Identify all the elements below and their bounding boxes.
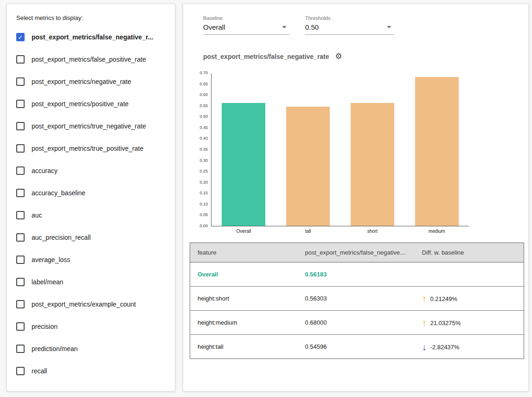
table-row-overall: Overall 0.56183 xyxy=(190,263,524,287)
checkbox-unchecked-icon[interactable] xyxy=(16,100,25,108)
results-panel: Baseline Overall Thresholds 0.50 post_ex… xyxy=(183,4,529,391)
thresholds-select-box[interactable]: 0.50 xyxy=(305,23,394,35)
checkbox-unchecked-icon[interactable] xyxy=(16,55,25,64)
checkbox-unchecked-icon[interactable] xyxy=(16,166,25,175)
value-cell: 0.54596 xyxy=(298,335,415,359)
checkbox-unchecked-icon[interactable] xyxy=(16,77,25,86)
checkbox-unchecked-icon[interactable] xyxy=(16,122,25,130)
checkbox-unchecked-icon[interactable] xyxy=(16,345,25,353)
metric-label: precision xyxy=(32,323,58,330)
metric-label: post_export_metrics/negative_rate xyxy=(32,78,131,85)
value-cell: 0.56303 xyxy=(298,287,415,311)
y-axis-tick-label: 0.70 xyxy=(199,71,208,75)
metric-item-auc[interactable]: auc xyxy=(16,204,166,226)
feature-cell: height:medium xyxy=(190,311,298,335)
bar-slot-tall: tall xyxy=(276,73,340,226)
y-axis-tick-label: 0.55 xyxy=(199,104,208,108)
metric-label: prediction/mean xyxy=(32,345,78,352)
diff-value: -2.82437% xyxy=(430,343,460,350)
thresholds-select[interactable]: Thresholds 0.50 xyxy=(305,15,394,35)
metric-item-accuracy-baseline[interactable]: accuracy_baseline xyxy=(16,182,166,204)
metric-item-false-positive-rate[interactable]: post_export_metrics/false_positive_rate xyxy=(16,48,166,70)
checkbox-unchecked-icon[interactable] xyxy=(16,256,25,264)
checkbox-unchecked-icon[interactable] xyxy=(16,144,25,153)
metric-item-example-count[interactable]: post_export_metrics/example_count xyxy=(16,293,166,315)
bar-medium[interactable] xyxy=(415,77,459,226)
metric-item-positive-rate[interactable]: post_export_metrics/positive_rate xyxy=(16,93,166,115)
metric-label: post_export_metrics/false_negative_r... xyxy=(32,33,153,41)
y-axis-tick-label: 0.25 xyxy=(199,169,208,173)
baseline-select[interactable]: Baseline Overall xyxy=(203,15,289,35)
bar-tall[interactable] xyxy=(286,107,330,226)
diff-cell: ↓-2.82437% xyxy=(415,335,524,359)
checkbox-unchecked-icon[interactable] xyxy=(16,278,25,286)
checkbox-checked-icon[interactable] xyxy=(16,33,25,41)
metric-selection-panel: Select metrics to display: post_export_m… xyxy=(6,4,175,391)
arrow-up-icon: ↑ xyxy=(422,294,427,304)
column-header-feature: feature xyxy=(190,243,298,263)
metric-item-recall[interactable]: recall xyxy=(16,360,166,382)
plot-area: Overalltallshortmedium xyxy=(211,73,469,226)
checkbox-unchecked-icon[interactable] xyxy=(16,189,25,197)
thresholds-label: Thresholds xyxy=(305,15,394,21)
controls-bar: Baseline Overall Thresholds 0.50 xyxy=(203,15,523,35)
metric-label: post_export_metrics/positive_rate xyxy=(32,100,128,108)
bar-slot-short: short xyxy=(340,73,405,226)
feature-cell: height:short xyxy=(190,287,298,311)
gear-icon[interactable]: ⚙ xyxy=(335,52,342,60)
metric-item-accuracy[interactable]: accuracy xyxy=(16,160,166,182)
dropdown-arrow-icon xyxy=(282,26,287,28)
y-axis-tick-label: 0.05 xyxy=(199,213,208,217)
checkbox-unchecked-icon[interactable] xyxy=(16,233,25,242)
value-cell: 0.68000 xyxy=(298,311,415,335)
y-axis-tick-label: 0.20 xyxy=(199,180,208,185)
diff-cell xyxy=(415,263,524,287)
metric-item-true-positive-rate[interactable]: post_export_metrics/true_positive_rate xyxy=(16,137,166,160)
y-axis-tick-label: 0.15 xyxy=(199,191,208,195)
metric-item-true-negative-rate[interactable]: post_export_metrics/true_negative_rate xyxy=(16,115,166,137)
baseline-value: Overall xyxy=(203,23,225,31)
bar-chart: 0.000.050.100.150.200.250.300.350.400.45… xyxy=(190,73,523,226)
y-axis-tick-label: 0.30 xyxy=(199,159,208,163)
metrics-table: feature post_export_metrics/false_negati… xyxy=(190,243,524,359)
chart-title: post_export_metrics/false_negative_rate xyxy=(203,53,329,60)
feature-cell: height:tall xyxy=(190,335,298,359)
checkbox-unchecked-icon[interactable] xyxy=(16,367,25,375)
x-axis-label: short xyxy=(340,229,405,234)
feature-cell: Overall xyxy=(190,263,298,287)
metric-label: accuracy xyxy=(32,167,58,174)
bar-overall[interactable] xyxy=(222,103,265,226)
metric-item-false-negative-rate[interactable]: post_export_metrics/false_negative_r... xyxy=(16,26,166,48)
baseline-select-box[interactable]: Overall xyxy=(203,23,289,35)
y-axis-tick-label: 0.65 xyxy=(199,82,208,86)
checkbox-unchecked-icon[interactable] xyxy=(16,211,25,219)
y-axis-tick-label: 0.00 xyxy=(199,224,208,228)
checkbox-unchecked-icon[interactable] xyxy=(16,322,25,331)
baseline-label: Baseline xyxy=(203,15,289,21)
metric-label: post_export_metrics/example_count xyxy=(32,301,136,308)
table-row-height-tall: height:tall 0.54596 ↓-2.82437% xyxy=(190,335,524,359)
metric-item-negative-rate[interactable]: post_export_metrics/negative_rate xyxy=(16,70,166,93)
bar-short[interactable] xyxy=(351,103,394,226)
diff-value: 0.21249% xyxy=(430,295,458,302)
metric-label: post_export_metrics/false_positive_rate xyxy=(32,56,146,63)
metric-label: recall xyxy=(32,367,47,375)
checkbox-unchecked-icon[interactable] xyxy=(16,300,25,308)
bar-slot-medium: medium xyxy=(404,73,469,226)
bar-slot-overall: Overall xyxy=(212,73,276,226)
metric-item-prediction-mean[interactable]: prediction/mean xyxy=(16,338,166,360)
dropdown-arrow-icon xyxy=(387,26,391,28)
y-axis: 0.000.050.100.150.200.250.300.350.400.45… xyxy=(190,73,211,226)
arrow-down-icon: ↓ xyxy=(422,342,427,352)
metric-item-precision[interactable]: precision xyxy=(16,315,166,338)
table-header-row: feature post_export_metrics/false_negati… xyxy=(190,243,524,263)
metric-item-average-loss[interactable]: average_loss xyxy=(16,249,166,271)
metric-label: average_loss xyxy=(32,256,70,263)
y-axis-tick-label: 0.45 xyxy=(199,126,208,130)
chart-header: post_export_metrics/false_negative_rate … xyxy=(203,52,523,60)
y-axis-tick-label: 0.60 xyxy=(199,93,208,97)
metric-item-label-mean[interactable]: label/mean xyxy=(16,271,166,293)
metric-item-auc-precision-recall[interactable]: auc_precision_recall xyxy=(16,226,166,249)
diff-value: 21.03275% xyxy=(430,319,461,326)
column-header-metric: post_export_metrics/false_negative_rat..… xyxy=(298,243,415,263)
